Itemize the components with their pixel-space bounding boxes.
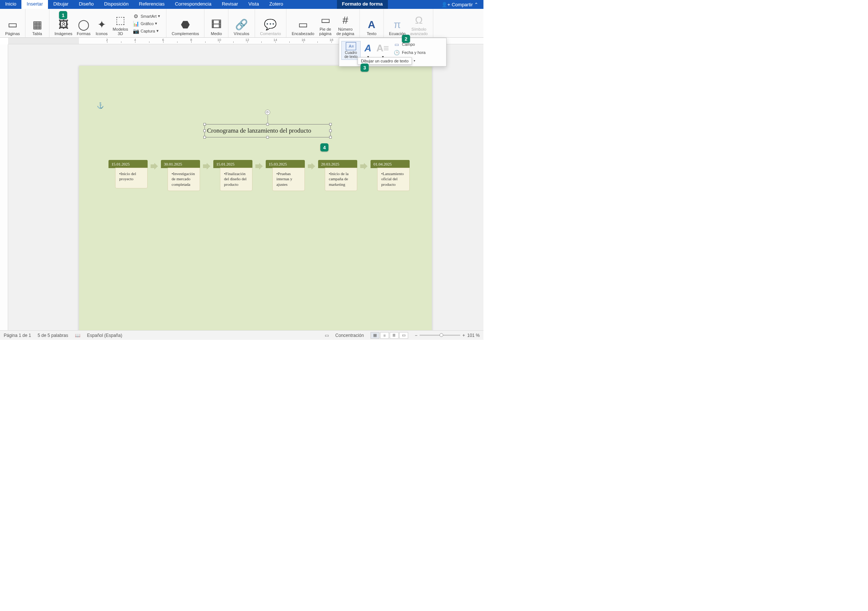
timeline-date: 15.03.2025 [266,160,305,168]
timeline-smartart[interactable]: 15.01.2025•Inicio del proyecto30.01.2025… [108,160,410,191]
zoom-in-button[interactable]: + [462,333,465,338]
resize-handle[interactable] [267,123,269,126]
arrow-right-icon [308,163,315,169]
resize-handle[interactable] [203,136,206,138]
title-text: Cronograma de lanzamiento del producto [207,127,311,134]
timeline-item[interactable]: 30.01.2025•Investigación de mercado comp… [161,160,200,191]
text-button[interactable]: A Texto [363,10,380,37]
shapes-icon: ◯ [78,19,90,31]
status-lang[interactable]: Español (España) [87,333,122,338]
dropcap-button[interactable]: A≡ ▾ [375,41,390,59]
timeline-item[interactable]: 15.01.2025•Finalización del diseño del p… [213,160,253,191]
resize-handle[interactable] [267,136,269,138]
icons-icon: ✦ [96,19,107,31]
icons-button[interactable]: ✦ Iconos [93,10,110,37]
page[interactable]: ⚓ Cronograma de lanzamiento del producto… [79,66,432,330]
status-focus[interactable]: Concentración [335,333,364,338]
tab-zotero[interactable]: Zotero [264,0,288,9]
timeline-date: 15.01.2025 [213,160,253,168]
timeline-text: •Inicio de la campaña de marketing [325,168,357,191]
dropcap-icon: A≡ [377,42,389,54]
wordart-button[interactable]: A ▾ [361,41,375,59]
status-page[interactable]: Página 1 de 1 [4,333,31,338]
arrow-right-icon [150,163,158,169]
timeline-date: 15.01.2025 [108,160,147,168]
view-web[interactable]: ≡ [380,332,389,339]
wordart-icon: A [362,42,374,54]
resize-handle[interactable] [329,130,332,132]
addins-button[interactable]: ⬣ Complementos [169,10,201,37]
resize-handle[interactable] [203,123,206,126]
document-canvas[interactable]: ⚓ Cronograma de lanzamiento del producto… [8,44,484,330]
table-button[interactable]: ▦ Tabla [28,10,46,37]
pages-icon: ▭ [7,19,19,31]
footer-icon: ▭ [319,14,332,26]
timeline-item[interactable]: 20.03.2025•Inicio de la campaña de marke… [318,160,357,191]
links-button[interactable]: 🔗 Vínculos [231,10,251,37]
status-words[interactable]: 5 de 5 palabras [38,333,68,338]
title-textbox[interactable]: Cronograma de lanzamiento del producto ⟳ [205,124,331,137]
cube-icon: ⬚ [115,14,126,26]
shapes-button[interactable]: ◯ Formas [74,10,93,37]
resize-handle[interactable] [329,136,332,138]
view-print[interactable]: ▦ [370,332,380,339]
smartart-button[interactable]: ⚙ SmartArt▾ [132,13,162,20]
comment-button: 💬 Comentario [258,10,284,37]
pi-icon: π [392,19,403,31]
tab-inicio[interactable]: Inicio [0,0,22,9]
focus-icon[interactable]: ▭ [325,333,329,338]
zoom-control[interactable]: − + 101 % [415,333,480,338]
timeline-item[interactable]: 15.03.2025•Pruebas internas y ajustes [266,160,305,191]
text-flyout: A≡ Cuadro de texto A ▾ A≡ ▾ ▭ Campo 🕒 Fe… [339,38,446,67]
ribbon-insert: ▭ Páginas ▦ Tabla 🖼 Imágenes ◯ Formas ✦ … [0,9,484,38]
tab-correspondencia[interactable]: Correspondencia [170,0,217,9]
step-badge-2: 2 [402,35,410,43]
pagenum-icon: # [339,14,351,26]
tab-dibujar[interactable]: Dibujar [48,0,73,9]
status-bar: Página 1 de 1 5 de 5 palabras 📖 Español … [0,330,484,340]
tab-formato-forma[interactable]: Formato de forma [337,0,388,9]
view-buttons: ▦ ≡ ≣ ▭ [370,332,408,339]
equation-button[interactable]: π Ecuación [387,10,408,37]
tab-disposicion[interactable]: Disposición [99,0,133,9]
pagenum-button[interactable]: # Número de página [334,10,356,37]
zoom-slider[interactable] [420,335,460,336]
zoom-out-button[interactable]: − [415,333,417,338]
media-button[interactable]: 🎞 Medio [208,10,225,37]
timeline-text: •Finalización del diseño del producto [220,168,253,191]
tab-insertar[interactable]: Insertar [22,0,48,9]
symbol-button[interactable]: Ω Símbolo avanzado [408,10,430,37]
share-button[interactable]: 👤+ Compartir ⌃ [436,0,484,9]
screenshot-button[interactable]: 📷 Captura▾ [132,28,162,34]
view-draft[interactable]: ▭ [399,332,408,339]
timeline-text: •Inicio del proyecto [115,168,147,188]
svg-marker-0 [150,163,158,169]
view-outline[interactable]: ≣ [390,332,398,339]
svg-marker-3 [308,163,315,169]
tab-referencias[interactable]: Referencias [134,0,170,9]
chart-button[interactable]: 📊 Gráfico▾ [132,20,162,27]
timeline-item[interactable]: 15.01.2025•Inicio del proyecto [108,160,147,188]
arrow-right-icon [203,163,210,169]
tab-diseno[interactable]: Diseño [74,0,99,9]
tab-revisar[interactable]: Revisar [217,0,243,9]
svg-marker-4 [360,163,367,169]
models3d-button[interactable]: ⬚ Modelos 3D [110,10,130,37]
resize-handle[interactable] [329,123,332,126]
arrow-right-icon [360,163,367,169]
header-button[interactable]: ▭ Encabezado [289,10,316,37]
omega-icon: Ω [413,14,425,26]
table-icon: ▦ [31,19,43,31]
datetime-button[interactable]: 🕒 Fecha y hora [393,49,426,56]
footer-button[interactable]: ▭ Pie de página [317,10,334,37]
chevron-up-icon: ⌃ [474,2,478,8]
zoom-value[interactable]: 101 % [467,333,480,338]
spellcheck-icon[interactable]: 📖 [75,333,81,338]
rotate-handle[interactable]: ⟳ [265,110,270,115]
timeline-date: 01.04.2025 [370,160,410,168]
timeline-item[interactable]: 01.04.2025•Lanzamiento oficial del produ… [370,160,410,191]
smartart-icon: ⚙ [133,13,139,19]
tab-vista[interactable]: Vista [243,0,264,9]
pages-button[interactable]: ▭ Páginas [3,10,22,37]
resize-handle[interactable] [203,130,206,132]
